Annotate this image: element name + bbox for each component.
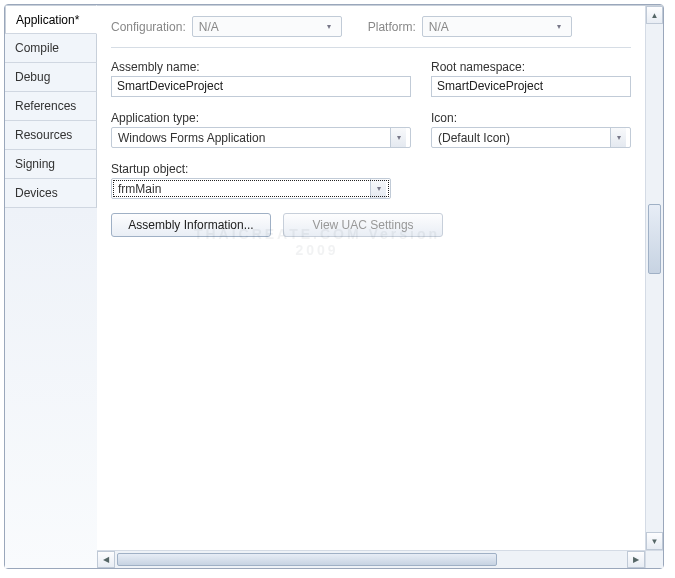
dropdown-icon: ▾ bbox=[370, 179, 386, 198]
tab-debug[interactable]: Debug bbox=[5, 63, 97, 92]
root-namespace-input[interactable]: SmartDeviceProject bbox=[431, 76, 631, 97]
dropdown-icon: ▾ bbox=[551, 17, 567, 36]
tabs-filler bbox=[5, 208, 97, 568]
dropdown-icon: ▾ bbox=[390, 128, 406, 147]
horizontal-scrollbar[interactable]: ◀ ▶ bbox=[97, 550, 645, 568]
scroll-track[interactable] bbox=[646, 24, 663, 532]
main-pane: Configuration: N/A ▾ Platform: N/A ▾ bbox=[97, 5, 663, 568]
application-type-combo[interactable]: Windows Forms Application ▾ bbox=[111, 127, 411, 148]
platform-combo[interactable]: N/A ▾ bbox=[422, 16, 572, 37]
startup-object-label: Startup object: bbox=[111, 162, 631, 176]
icon-label: Icon: bbox=[431, 111, 631, 125]
dropdown-icon: ▾ bbox=[610, 128, 626, 147]
tab-references[interactable]: References bbox=[5, 92, 97, 121]
scroll-thumb[interactable] bbox=[117, 553, 497, 566]
tab-signing[interactable]: Signing bbox=[5, 150, 97, 179]
scroll-track[interactable] bbox=[115, 551, 627, 568]
tabs-sidebar: Application* Compile Debug References Re… bbox=[5, 5, 97, 568]
application-type-label: Application type: bbox=[111, 111, 411, 125]
vertical-scrollbar[interactable]: ▲ ▼ bbox=[645, 6, 663, 550]
application-type-value: Windows Forms Application bbox=[118, 131, 265, 145]
scroll-up-icon[interactable]: ▲ bbox=[646, 6, 663, 24]
scroll-left-icon[interactable]: ◀ bbox=[97, 551, 115, 568]
assembly-information-button[interactable]: Assembly Information... bbox=[111, 213, 271, 237]
platform-label: Platform: bbox=[368, 20, 416, 34]
assembly-name-input[interactable]: SmartDeviceProject bbox=[111, 76, 411, 97]
scroll-right-icon[interactable]: ▶ bbox=[627, 551, 645, 568]
startup-object-combo[interactable]: frmMain ▾ bbox=[111, 178, 391, 199]
configuration-label: Configuration: bbox=[111, 20, 186, 34]
startup-object-value: frmMain bbox=[118, 182, 161, 196]
scroll-thumb[interactable] bbox=[648, 204, 661, 274]
tab-application[interactable]: Application* bbox=[5, 5, 97, 34]
dropdown-icon: ▾ bbox=[321, 17, 337, 36]
root-namespace-label: Root namespace: bbox=[431, 60, 631, 74]
tab-resources[interactable]: Resources bbox=[5, 121, 97, 150]
project-properties-frame: Application* Compile Debug References Re… bbox=[4, 4, 664, 569]
icon-value: (Default Icon) bbox=[438, 131, 510, 145]
platform-value: N/A bbox=[429, 20, 449, 34]
scroll-down-icon[interactable]: ▼ bbox=[646, 532, 663, 550]
view-uac-settings-button: View UAC Settings bbox=[283, 213, 443, 237]
scroll-corner bbox=[645, 550, 663, 568]
assembly-name-label: Assembly name: bbox=[111, 60, 411, 74]
icon-combo[interactable]: (Default Icon) ▾ bbox=[431, 127, 631, 148]
tab-compile[interactable]: Compile bbox=[5, 34, 97, 63]
application-page-content: Configuration: N/A ▾ Platform: N/A ▾ bbox=[97, 6, 645, 550]
tab-devices[interactable]: Devices bbox=[5, 179, 97, 208]
configuration-value: N/A bbox=[199, 20, 219, 34]
configuration-combo[interactable]: N/A ▾ bbox=[192, 16, 342, 37]
config-platform-row: Configuration: N/A ▾ Platform: N/A ▾ bbox=[111, 16, 631, 48]
